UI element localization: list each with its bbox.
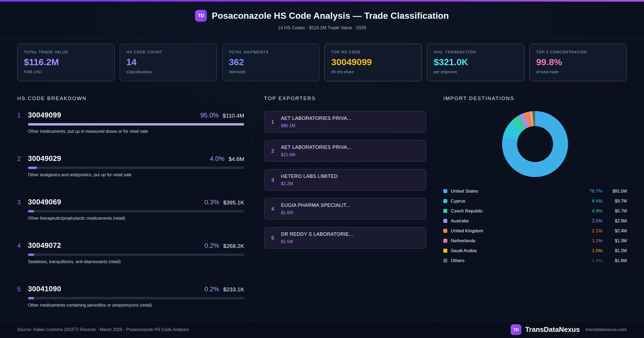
legend-percent: 4.9% [585, 208, 602, 214]
stat-label: HS CODE COUNT [126, 50, 210, 54]
stat-label: TOP HS CODE [331, 50, 415, 54]
legend-row: Czech Republic 4.9% $5.7M [443, 206, 627, 216]
legend-country-name: Others [451, 258, 581, 263]
donut-hole [517, 126, 553, 162]
stat-sub: 95.0% share [331, 69, 415, 74]
legend-value: $1.6M [606, 258, 627, 263]
hs-code: 30049069 [28, 198, 61, 206]
hs-trade-value: $4.6M [229, 156, 244, 162]
legend-row: Others 1.4% $1.6M [443, 256, 627, 266]
hs-bar-fill [28, 297, 34, 299]
stat-label: TOTAL SHIPMENTS [229, 50, 313, 54]
stat-card: TOP HS CODE 30049099 95.0% share [324, 44, 422, 81]
footer-logo-badge: TD [511, 324, 521, 335]
hs-code-list: 1 30049099 95.0% $110.4M Other medicamen… [17, 111, 244, 308]
hs-bar-track [28, 297, 244, 299]
stat-value: 99.8% [536, 57, 620, 67]
stat-card: AVG. TRANSACTION $321.0K per shipment [427, 44, 524, 81]
section-title-destinations: IMPORT DESTINATIONS [443, 95, 627, 101]
app-logo-text: TD [198, 13, 204, 19]
legend-value: $9.7M [606, 199, 627, 204]
hs-code-row: 3 30049069 0.3% $395.1K Other therapeuti… [17, 198, 244, 221]
legend-value: $1.3M [606, 238, 627, 243]
trade-dashboard: TD Posaconazole HS Code Analysis — Trade… [0, 0, 644, 338]
exporter-name: HETERO LABS LIMITED [281, 174, 338, 179]
footer-source-text: Source: Indian Customs (DGFT) Records · … [17, 327, 189, 332]
legend-row: Cyprus 8.4% $9.7M [443, 196, 627, 206]
legend-row: Saudi Arabia 1.0% $1.2M [443, 246, 627, 256]
footer-brand: TD TransDataNexus transdatanexus.com [511, 324, 627, 335]
legend-color-swatch [443, 209, 447, 213]
legend-percent: 1.4% [585, 258, 602, 263]
app-logo-badge: TD [195, 10, 207, 22]
legend-value: $91.5M [606, 189, 627, 194]
legend-row: United Kingdom 2.1% $2.4M [443, 226, 627, 236]
exporter-card: 2 AET LABORATORIES PRIVA... $15.6M [264, 140, 426, 162]
hs-share-percent: 4.0% [210, 155, 225, 163]
legend-percent: 8.4% [585, 199, 602, 204]
legend-percent: 1.0% [585, 248, 602, 254]
exporter-card: 1 AET LABORATORIES PRIVA... $90.1M [264, 111, 426, 133]
exporter-value: $90.1M [281, 123, 352, 128]
hs-bar-fill [28, 254, 34, 256]
hs-description: Other medicaments containing penicillins… [28, 303, 244, 308]
legend-country-name: Czech Republic [451, 208, 581, 214]
stat-sub: 30/month [229, 69, 313, 74]
destinations-legend: United States 78.7% $91.5M Cyprus 8.4% $… [443, 186, 627, 266]
hs-code: 30049099 [28, 111, 61, 119]
hs-code-row: 5 30041090 0.2% $233.1K Other medicament… [17, 285, 244, 308]
hs-share-percent: 0.3% [204, 199, 219, 206]
hs-bar-track [28, 123, 244, 126]
legend-row: United States 78.7% $91.5M [443, 186, 627, 196]
legend-percent: 78.7% [585, 189, 602, 194]
legend-percent: 2.1% [585, 228, 602, 234]
legend-color-swatch [443, 199, 447, 203]
top-exporters-section: TOP EXPORTERS 1 AET LABORATORIES PRIVA..… [253, 86, 435, 321]
hs-trade-value: $110.4M [223, 112, 244, 119]
exporter-list: 1 AET LABORATORIES PRIVA... $90.1M 2 AET… [264, 111, 426, 249]
hs-bar-track [28, 210, 244, 212]
legend-percent: 1.1% [585, 238, 602, 244]
legend-color-swatch [443, 189, 447, 193]
hs-share-percent: 0.2% [204, 285, 219, 293]
stat-card: TOP 5 CONCENTRATION 99.8% of total trade [529, 44, 627, 81]
stat-value: 362 [229, 57, 313, 67]
footer-logo-text: TD [513, 327, 519, 332]
hs-description: Other analgesics and antipyretics, put u… [28, 172, 244, 177]
exporter-name: EUGIA PHARMA SPECIALIT... [281, 203, 350, 208]
stat-sub: Classifications [126, 69, 210, 74]
exporter-value: $1.6M [281, 210, 350, 215]
stat-value: 14 [126, 57, 210, 67]
import-destinations-section: IMPORT DESTINATIONS United States 78.7% … [435, 86, 627, 321]
legend-value: $2.4M [606, 229, 627, 233]
hs-bar-track [28, 254, 244, 256]
hs-code: 30041090 [28, 285, 61, 293]
stats-row: TOTAL TRADE VALUE $116.2M FOB USD HS COD… [0, 39, 644, 86]
exporter-rank: 5 [271, 235, 276, 241]
hs-bar-track [28, 167, 244, 169]
hs-share-percent: 95.0% [200, 112, 219, 119]
donut-chart-wrap [443, 111, 627, 177]
stat-sub: FOB USD [24, 69, 108, 74]
hs-bar-fill [28, 123, 244, 126]
stat-sub: of total trade [536, 69, 620, 74]
legend-country-name: United States [451, 189, 581, 194]
legend-country-name: Australia [451, 218, 581, 224]
hs-code-row: 2 30049029 4.0% $4.6M Other analgesics a… [17, 155, 244, 177]
legend-color-swatch [443, 259, 447, 263]
exporter-card: 5 DR REDDY S LABORATORIE... $1.5M [264, 227, 426, 249]
page-subtitle: 14 HS Codes · $116.2M Trade Value · 2026 [278, 25, 366, 31]
page-title: Posaconazole HS Code Analysis — Trade Cl… [212, 11, 449, 21]
hs-rank: 2 [17, 155, 28, 163]
exporter-value: $1.5M [281, 239, 353, 244]
footer: Source: Indian Customs (DGFT) Records · … [0, 321, 644, 338]
main-content: HS CODE BREAKDOWN 1 30049099 95.0% $110.… [0, 86, 644, 321]
exporter-name: AET LABORATORIES PRIVA... [281, 145, 352, 150]
stat-value: 30049099 [331, 57, 415, 67]
stat-label: AVG. TRANSACTION [434, 50, 518, 54]
legend-percent: 2.5% [585, 218, 602, 224]
legend-country-name: Cyprus [451, 199, 581, 204]
hs-code-breakdown-section: HS CODE BREAKDOWN 1 30049099 95.0% $110.… [17, 86, 253, 321]
exporter-name: DR REDDY S LABORATORIE... [281, 232, 353, 237]
exporter-rank: 2 [271, 148, 276, 154]
